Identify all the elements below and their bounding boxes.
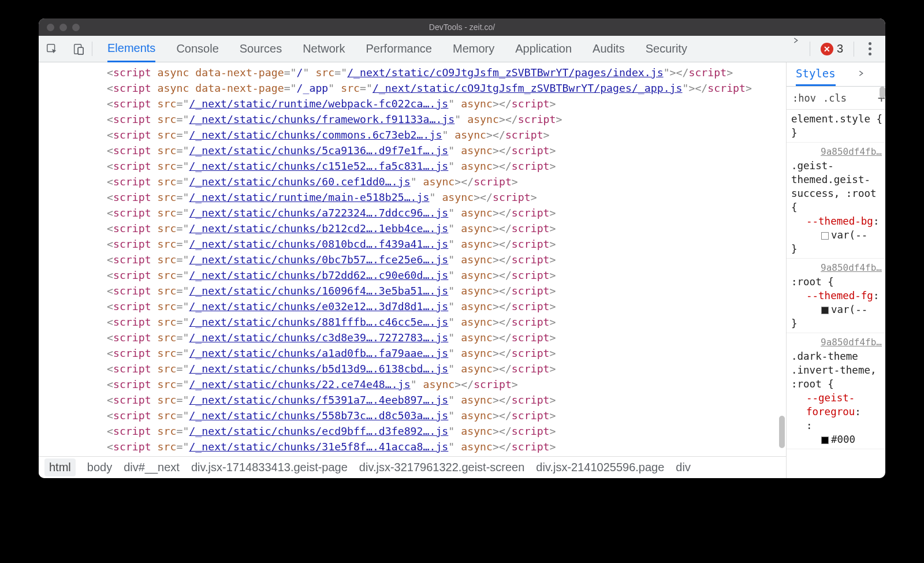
window-title: DevTools - zeit.co/ — [39, 23, 885, 32]
close-window-button[interactable] — [47, 24, 54, 31]
dom-node[interactable]: <script src="/_next/static/chunks/16096f… — [39, 283, 786, 299]
scrollbar-thumb[interactable] — [880, 87, 885, 98]
dom-node[interactable]: <script src="/_next/static/runtime/main-… — [39, 189, 786, 205]
tab-memory[interactable]: Memory — [453, 36, 494, 61]
more-sidebar-tabs-icon[interactable] — [847, 68, 875, 80]
titlebar: DevTools - zeit.co/ — [39, 18, 885, 36]
rule-source-link[interactable]: 9a850df4fb… — [791, 261, 883, 275]
hover-toggle[interactable]: :hov — [792, 92, 816, 104]
style-rule[interactable]: 9a850df4fb…:root {--themed-fg:var(--} — [787, 259, 885, 333]
style-rule[interactable]: 9a850df4fb….dark-theme .invert-theme, :r… — [787, 333, 885, 449]
dom-node[interactable]: <script src="/_next/static/chunks/e032e1… — [39, 299, 786, 314]
dom-node[interactable]: <script async data-next-page="/" src="/_… — [39, 65, 786, 80]
dom-node[interactable]: <script src="/_next/static/runtime/webpa… — [39, 96, 786, 111]
style-rule[interactable]: element.style {} — [787, 110, 885, 143]
dom-node[interactable]: <script src="/_next/static/chunks/common… — [39, 127, 786, 143]
dom-node[interactable]: <script src="/_next/static/chunks/a72232… — [39, 205, 786, 221]
toggle-device-icon[interactable] — [65, 36, 92, 62]
breadcrumb-item[interactable]: body — [87, 461, 112, 474]
main-panel: <script async data-next-page="/" src="/_… — [39, 62, 885, 478]
inspect-element-icon[interactable] — [39, 36, 65, 62]
more-tabs-icon[interactable] — [782, 36, 810, 62]
error-count[interactable]: ✕ 3 — [821, 42, 843, 55]
dom-node[interactable]: <script src="/_next/static/chunks/5ca913… — [39, 143, 786, 158]
tab-security[interactable]: Security — [646, 36, 687, 61]
dom-node[interactable]: <script src="/_next/static/chunks/b5d13d… — [39, 361, 786, 376]
settings-menu-icon[interactable] — [865, 42, 875, 55]
elements-tree[interactable]: <script async data-next-page="/" src="/_… — [39, 62, 786, 456]
dom-node[interactable]: <script src="/_next/static/chunks/a1ad0f… — [39, 345, 786, 361]
rule-source-link[interactable]: 9a850df4fb… — [791, 335, 883, 349]
style-rule[interactable]: 9a850df4fb….geist-themed.geist-success, … — [787, 143, 885, 259]
dom-node[interactable]: <script src="/_next/static/chunks/ecd9bf… — [39, 423, 786, 439]
breadcrumb: htmlbodydiv#__nextdiv.jsx-1714833413.gei… — [39, 456, 786, 478]
dom-node[interactable]: <script src="/_next/static/chunks/31e5f8… — [39, 439, 786, 454]
tab-performance[interactable]: Performance — [366, 36, 433, 61]
tab-network[interactable]: Network — [303, 36, 345, 61]
breadcrumb-item[interactable]: div#__next — [124, 461, 180, 474]
devtools-window: DevTools - zeit.co/ ElementsConsoleSourc… — [39, 18, 885, 478]
svg-rect-2 — [78, 47, 83, 54]
sidebar-tabs: Styles — [787, 62, 885, 87]
tab-sources[interactable]: Sources — [240, 36, 282, 61]
tab-elements[interactable]: Elements — [107, 36, 155, 62]
dom-node[interactable]: <script src="/_next/static/chunks/22.ce7… — [39, 376, 786, 392]
panel-tabs: ElementsConsoleSourcesNetworkPerformance… — [92, 36, 782, 62]
window-controls — [47, 24, 80, 31]
tab-console[interactable]: Console — [176, 36, 218, 61]
dom-node[interactable]: <script src="/_next/static/chunks/c3d8e3… — [39, 330, 786, 345]
zoom-window-button[interactable] — [72, 24, 80, 31]
dom-node[interactable]: <script src="/_next/static/chunks/framew… — [39, 111, 786, 127]
dom-node[interactable]: <script src="/_next/static/chunks/60.cef… — [39, 174, 786, 189]
dom-node[interactable]: <script async data-next-page="/_app" src… — [39, 80, 786, 96]
dom-node[interactable]: <script src="/_next/static/chunks/558b73… — [39, 408, 786, 423]
dom-node[interactable]: <script src="/_next/static/chunks/b212cd… — [39, 221, 786, 236]
tab-application[interactable]: Application — [515, 36, 572, 61]
dom-node[interactable]: <script src="/_next/static/chunks/f5391a… — [39, 392, 786, 408]
breadcrumb-item[interactable]: div.jsx-1714833413.geist-page — [191, 461, 348, 474]
styles-sidebar: Styles :hov .cls + element.style {}9a850… — [786, 62, 885, 478]
minimize-window-button[interactable] — [59, 24, 67, 31]
styles-tab[interactable]: Styles — [796, 62, 836, 86]
dom-node[interactable]: <script src="/_next/static/chunks/b72dd6… — [39, 267, 786, 283]
breadcrumb-item[interactable]: div.jsx-2141025596.page — [536, 461, 664, 474]
breadcrumb-item[interactable]: div.jsx-3217961322.geist-screen — [359, 461, 524, 474]
error-count-value: 3 — [837, 42, 843, 55]
scrollbar-thumb[interactable] — [779, 416, 785, 448]
tabbar: ElementsConsoleSourcesNetworkPerformance… — [39, 36, 885, 62]
tab-audits[interactable]: Audits — [593, 36, 625, 61]
error-icon: ✕ — [821, 43, 833, 55]
rule-source-link[interactable]: 9a850df4fb… — [791, 145, 883, 159]
styles-toolbar: :hov .cls + — [787, 87, 885, 110]
dom-node[interactable]: <script src="/_next/static/cO9JtgJsfm_zS… — [39, 454, 786, 456]
dom-node[interactable]: <script src="/_next/static/chunks/881fff… — [39, 314, 786, 330]
dom-node[interactable]: <script src="/_next/static/chunks/c151e5… — [39, 158, 786, 174]
dom-node[interactable]: <script src="/_next/static/chunks/0810bc… — [39, 236, 786, 252]
breadcrumb-item[interactable]: html — [44, 458, 76, 476]
style-rules[interactable]: element.style {}9a850df4fb….geist-themed… — [787, 110, 885, 478]
breadcrumb-item[interactable]: div — [676, 461, 691, 474]
separator — [854, 42, 854, 57]
dom-node[interactable]: <script src="/_next/static/chunks/0bc7b5… — [39, 252, 786, 267]
cls-toggle[interactable]: .cls — [823, 92, 847, 104]
